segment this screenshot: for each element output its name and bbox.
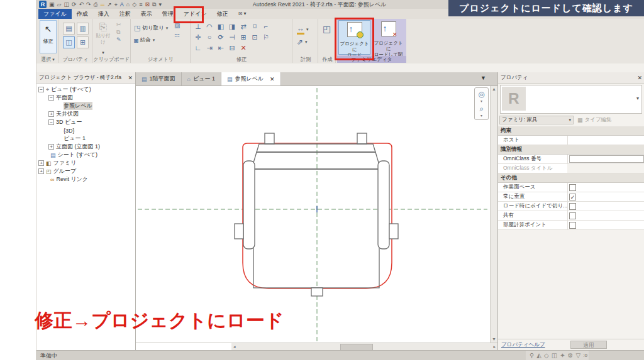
prop-checkbox-always-vertical[interactable]: ✓ xyxy=(569,194,576,200)
unpin-icon[interactable]: ⌐ xyxy=(262,22,270,31)
browser-item-families[interactable]: +◧ファミリ xyxy=(36,159,135,167)
sync-icon[interactable]: ⟳ xyxy=(72,1,77,8)
view-tab-list-icon[interactable]: ▼ xyxy=(480,75,486,81)
browser-item-elevations[interactable]: +立面図 (立面図 1) xyxy=(36,143,135,151)
prop-checkbox-shared[interactable] xyxy=(569,212,576,219)
pin-icon[interactable]: ⌑ xyxy=(250,22,259,31)
open-icon[interactable]: ▱ xyxy=(57,1,62,8)
thin-lines-icon[interactable]: ≡ xyxy=(139,1,142,8)
paint-icon[interactable]: ▨ xyxy=(174,23,180,29)
view-tab-view-1[interactable]: ⌂ビュー 1 xyxy=(182,72,221,85)
default-3d-view-icon[interactable]: ⌂ xyxy=(126,1,130,8)
browser-item-revit-links[interactable]: ∞Revit リンク xyxy=(36,175,135,184)
cut-geometry-button[interactable]: ◳ 切り取り ▾ xyxy=(134,24,168,32)
chair-back-post-right[interactable] xyxy=(357,133,367,144)
type-selector[interactable]: R ▾ xyxy=(500,85,642,114)
split-element-icon[interactable]: ⇄ xyxy=(239,22,248,31)
copy-icon[interactable]: ○ xyxy=(205,33,214,41)
chair-bottom-tab[interactable] xyxy=(311,288,323,296)
scroll-down-icon[interactable]: ▼ xyxy=(491,336,497,343)
chair-side-tab-left[interactable] xyxy=(235,224,243,239)
ribbon-tab-annotate[interactable]: 注釈 xyxy=(114,9,136,19)
drawing-viewport[interactable]: ◎ ▾ ⌕ ▾ xyxy=(136,86,490,343)
chair-backrest[interactable] xyxy=(252,152,380,169)
prop-checkbox-work-plane-based[interactable] xyxy=(569,184,576,191)
prop-row-room-calculation-point[interactable]: 部屋計算ポイント xyxy=(498,221,644,230)
close-view-icon[interactable]: ✕ xyxy=(270,76,275,82)
chair-back-post-left[interactable] xyxy=(265,133,274,144)
section-icon[interactable]: ◇ xyxy=(132,1,136,8)
demolish-icon[interactable]: ⚏ xyxy=(174,31,180,38)
revit-logo[interactable]: R xyxy=(39,1,47,8)
caret-down-icon[interactable]: ▾ xyxy=(475,99,488,104)
browser-item-groups[interactable]: +◰グループ xyxy=(36,167,135,175)
browser-item-view-1[interactable]: ビュー 1 xyxy=(36,134,135,143)
collapse-icon[interactable]: − xyxy=(38,87,44,92)
prop-row-always-vertical[interactable]: 常に垂直✓ xyxy=(498,192,644,202)
vertical-scrollbar[interactable]: ▲ ▼ xyxy=(490,86,497,343)
caret-down-icon[interactable]: ▾ xyxy=(475,114,488,118)
browser-item-ref-level[interactable]: 参照レベル xyxy=(36,102,135,110)
mirror-pick-axis-icon[interactable]: ◧ xyxy=(216,22,225,31)
join-geometry-button[interactable]: ◙ 結合 ▾ xyxy=(134,36,155,44)
edit-type-button[interactable]: ▦ タイプ編集 xyxy=(577,116,612,124)
prop-input-omniclass-number[interactable] xyxy=(569,155,644,163)
browser-item-views[interactable]: −⌖ビュー (すべて) xyxy=(36,85,135,94)
browser-item-floor-plans[interactable]: −平面図 xyxy=(36,94,135,102)
delete-icon[interactable]: ✕ xyxy=(239,43,248,52)
trim-single-icon[interactable]: ⇥ xyxy=(205,43,214,52)
horizontal-scrollbar[interactable]: ◂ ▸ xyxy=(136,343,497,350)
undo-icon[interactable]: ↶ xyxy=(79,1,84,8)
close-icon[interactable]: ✕ xyxy=(637,75,642,81)
properties-palette-icon[interactable]: ◫ xyxy=(63,36,75,48)
ribbon-tab-create[interactable]: 作成 xyxy=(72,9,93,19)
browser-item-sheets[interactable]: ▤シート (すべて) xyxy=(36,151,135,159)
prop-checkbox-cut-with-voids-when-loaded[interactable] xyxy=(569,203,576,210)
customize-qat-icon[interactable]: ▾ xyxy=(158,1,162,8)
ribbon-tab-modify[interactable]: 修正 xyxy=(212,9,233,19)
family-filter-select[interactable]: ファミリ: 家具 ▾ xyxy=(499,116,574,124)
type-properties-icon[interactable]: ▤ xyxy=(63,23,75,35)
move-icon[interactable]: ✛ xyxy=(194,33,203,41)
prop-row-work-plane-based[interactable]: 作業面ベース xyxy=(498,183,644,192)
measure-button[interactable]: ↔ ▾ xyxy=(297,24,309,35)
steering-wheel-icon[interactable]: ◎ xyxy=(475,89,488,99)
chair-back-rail[interactable] xyxy=(257,144,375,152)
scale-icon[interactable]: ⊡ xyxy=(250,33,259,41)
prop-row-cut-with-voids-when-loaded[interactable]: ロード時にボイドで切り... xyxy=(498,202,644,211)
offset-icon[interactable]: ◠ xyxy=(205,22,214,31)
chair-armrest-right[interactable] xyxy=(378,161,389,249)
mirror-draw-axis-icon[interactable]: ◨ xyxy=(228,22,236,31)
family-category-icon[interactable]: ⊞ xyxy=(77,36,89,48)
scroll-right-icon[interactable]: ▸ xyxy=(493,343,496,350)
ribbon-tab-view[interactable]: 表示 xyxy=(136,9,157,19)
chevron-down-icon[interactable]: ▾ xyxy=(636,96,639,101)
prop-row-host[interactable]: ホスト xyxy=(498,136,644,145)
prop-checkbox-room-calculation-point[interactable] xyxy=(569,222,576,229)
chair-linework[interactable] xyxy=(235,133,398,296)
modify-tool-button[interactable]: ↖ 修正 xyxy=(40,20,57,53)
select-toggle-icon[interactable]: ✦ xyxy=(560,352,565,359)
main-model-icon[interactable]: ◫ xyxy=(552,352,557,359)
collapse-icon[interactable]: − xyxy=(48,119,54,125)
collapse-icon[interactable]: − xyxy=(48,95,54,101)
family-types-icon[interactable]: ▥ xyxy=(77,23,89,35)
ribbon-tab-file[interactable]: ファイル xyxy=(38,9,72,19)
text-icon[interactable]: A xyxy=(120,1,124,8)
zoom-icon[interactable]: ⌕ xyxy=(475,104,488,114)
editable-only-icon[interactable]: ◭ xyxy=(536,352,541,359)
browser-item-3d[interactable]: {3D} xyxy=(36,126,135,134)
trim-multi-icon[interactable]: ⇤ xyxy=(216,43,225,52)
cut-icon[interactable]: ✂ xyxy=(116,22,121,28)
ui-dock-icon[interactable]: ▣ xyxy=(49,1,55,8)
switch-windows-icon[interactable]: ⧉ xyxy=(152,1,156,8)
match-type-icon[interactable]: ✎ xyxy=(116,37,121,43)
trim-corner-icon[interactable]: ∟ xyxy=(194,43,203,52)
apply-button[interactable]: 適用 xyxy=(570,341,607,349)
reference-icon[interactable]: ⌖ xyxy=(114,1,118,8)
prop-row-omniclass-number[interactable]: OmniClass 番号 xyxy=(498,155,644,164)
match-icon[interactable]: ⚐ xyxy=(262,33,270,41)
design-options-icon[interactable]: ◇ xyxy=(544,352,549,359)
paste-button[interactable]: ⎘ 貼り付け ▾ xyxy=(95,21,111,57)
worksharing-icon[interactable]: ⚲ xyxy=(530,352,534,359)
